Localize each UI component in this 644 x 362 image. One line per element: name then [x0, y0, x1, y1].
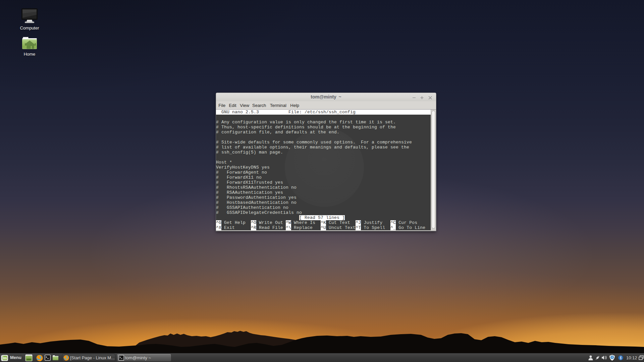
svg-text:lm: lm: [3, 356, 7, 360]
